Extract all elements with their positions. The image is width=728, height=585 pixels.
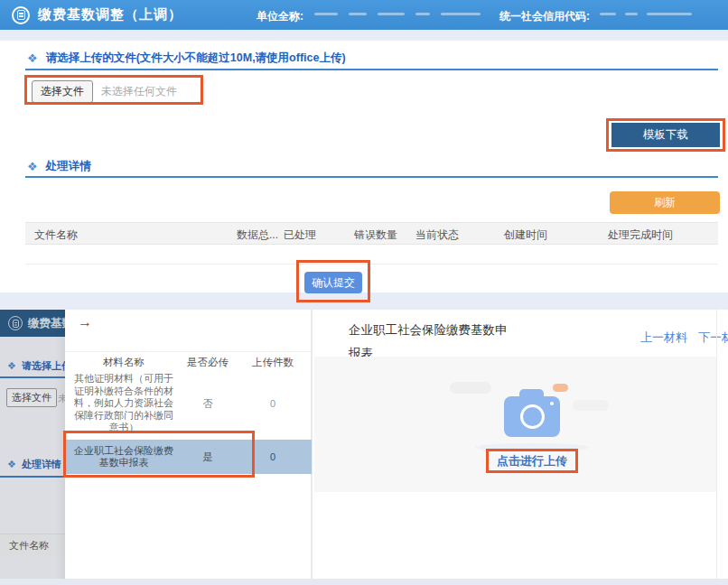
material-upload-window: 缴费基数调整（上调） ❖ 请选择上传的文件(文件大小不能超过10M,请使用off… xyxy=(0,310,728,585)
table-header-cell: 错误数量 xyxy=(354,228,397,243)
page-title: 缴费基数调整（上调） xyxy=(38,6,182,23)
payment-base-adjust-window: 缴费基数调整（上调） 单位全称: 统一社会信用代码: ❖ 请选择上传的文件(文件… xyxy=(0,0,728,310)
material-detail-pane: 企业职工社会保险缴费基数申报表 上一材料 下一材料 点击进行上传 xyxy=(312,310,728,585)
refresh-button[interactable]: 刷新 xyxy=(610,191,720,214)
document-icon xyxy=(17,10,25,20)
material-row-other-proof[interactable]: 其他证明材料（可用于证明补缴符合条件的材料，例如人力资源社会保障行政部门的补缴同… xyxy=(65,375,312,432)
header-gap-strip xyxy=(0,30,728,41)
unit-name-label: 单位全称: xyxy=(257,9,303,24)
diamond-icon: ❖ xyxy=(27,161,38,172)
table-header-cell: 已处理 xyxy=(284,228,316,243)
table-header-cell: 创建时间 xyxy=(504,228,547,243)
confirm-submit-button[interactable]: 确认提交 xyxy=(304,272,362,293)
table-empty-row-divider xyxy=(25,264,718,265)
app-logo-icon xyxy=(12,6,30,24)
dim-overlay xyxy=(0,310,65,585)
table-header-cell: 上传件数 xyxy=(240,356,305,369)
cloud-decoration xyxy=(573,400,609,411)
material-required: 否 xyxy=(175,397,240,411)
process-table-header: 文件名称 数据总... 已处理 错误数量 当前状态 创建时间 处理完成时间 xyxy=(25,222,718,245)
table-header-cell: 材料名称 xyxy=(65,356,175,369)
cloud-decoration xyxy=(553,384,568,392)
template-download-highlight-box xyxy=(606,118,725,152)
table-header-cell: 数据总... xyxy=(237,228,278,243)
screen: 缴费基数调整（上调） 单位全称: 统一社会信用代码: ❖ 请选择上传的文件(文件… xyxy=(0,0,728,585)
app-header: 缴费基数调整（上调） 单位全称: 统一社会信用代码: xyxy=(0,0,728,30)
unit-name-redacted xyxy=(314,13,486,18)
material-table-header: 材料名称 是否必传 上传件数 xyxy=(65,351,312,373)
table-header-cell: 文件名称 xyxy=(34,228,78,243)
table-header-cell: 是否必传 xyxy=(175,356,240,369)
table-header-cell: 处理完成时间 xyxy=(608,228,673,243)
prev-material-link[interactable]: 上一材料 xyxy=(640,330,687,346)
diamond-icon: ❖ xyxy=(27,52,38,64)
table-header-cell: 当前状态 xyxy=(415,228,459,243)
upload-section-header: ❖ 请选择上传的文件(文件大小不能超过10M,请使用office上传) xyxy=(27,51,346,66)
section-divider xyxy=(25,69,718,70)
detail-section-title: 处理详情 xyxy=(46,159,91,174)
pane-right-divider xyxy=(716,310,717,585)
upload-section-title: 请选择上传的文件(文件大小不能超过10M,请使用office上传) xyxy=(46,51,346,66)
upload-hint-highlight-box[interactable]: 点击进行上传 xyxy=(486,449,578,473)
next-material-link[interactable]: 下一材料 xyxy=(698,330,728,346)
camera-lens xyxy=(520,404,545,429)
cloud-decoration xyxy=(450,382,491,394)
section-divider xyxy=(25,176,718,178)
underlay-page: 缴费基数调整（上调） ❖ 请选择上传的文件(文件大小不能超过10M,请使用off… xyxy=(0,310,65,585)
material-name: 其他证明材料（可用于证明补缴符合条件的材料，例如人力资源社会保障行政部门的补缴同… xyxy=(65,373,175,434)
camera-flash-dot xyxy=(550,402,554,405)
page-bottom-strip xyxy=(0,579,728,585)
detail-section-header: ❖ 处理详情 xyxy=(27,159,91,174)
credit-code-redacted xyxy=(600,13,699,18)
file-select-highlight-box xyxy=(24,75,203,105)
credit-code-label: 统一社会信用代码: xyxy=(499,9,590,24)
upload-hint-text: 点击进行上传 xyxy=(497,453,567,469)
selected-material-highlight-box xyxy=(63,431,255,478)
collapse-arrow-icon[interactable]: → xyxy=(78,314,92,330)
material-upload-count: 0 xyxy=(240,398,305,409)
upload-dropzone[interactable]: 点击进行上传 xyxy=(314,357,716,492)
camera-icon[interactable] xyxy=(504,396,560,437)
